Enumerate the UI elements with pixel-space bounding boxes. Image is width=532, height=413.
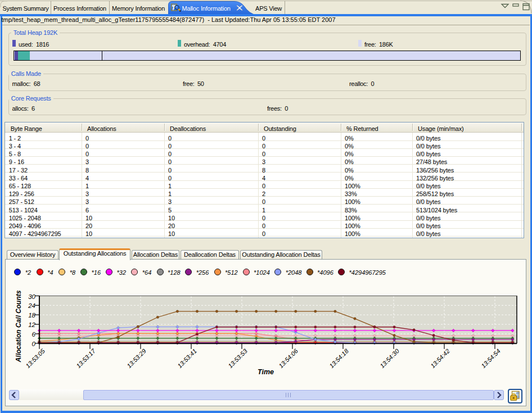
svg-text:12: 12 (28, 321, 35, 328)
svg-text:13:53:17: 13:53:17 (75, 347, 97, 369)
svg-text:30: 30 (28, 293, 35, 300)
svg-text:Allocation Call Counts: Allocation Call Counts (15, 290, 23, 362)
svg-text:0: 0 (32, 341, 36, 347)
svg-text:13:53:05: 13:53:05 (24, 347, 46, 369)
svg-text:13:54:42: 13:54:42 (429, 347, 451, 369)
svg-text:13:53:41: 13:53:41 (176, 347, 198, 369)
svg-text:Time: Time (258, 368, 274, 376)
svg-text:6: 6 (32, 331, 36, 338)
svg-text:13:54:54: 13:54:54 (480, 347, 502, 369)
svg-text:18: 18 (28, 312, 35, 319)
svg-text:13:54:18: 13:54:18 (328, 347, 350, 369)
svg-text:24: 24 (28, 302, 35, 309)
svg-text:13:54:06: 13:54:06 (277, 347, 299, 369)
svg-text:13:54:30: 13:54:30 (378, 347, 400, 369)
svg-text:13:53:53: 13:53:53 (227, 347, 249, 369)
svg-text:13:53:29: 13:53:29 (125, 347, 147, 369)
